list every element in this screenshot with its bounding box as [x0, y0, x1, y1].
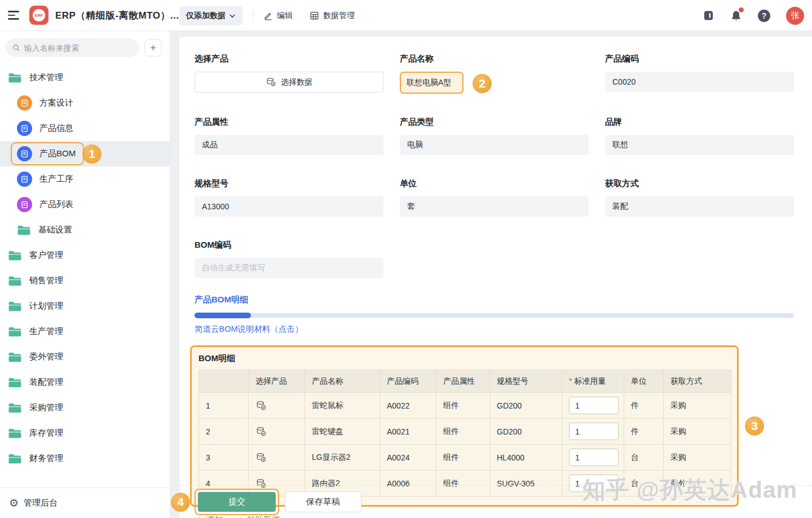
pen-icon — [263, 11, 273, 20]
notifications-bell-icon[interactable] — [730, 10, 742, 21]
folder-icon — [8, 72, 22, 84]
sidebar-item-0[interactable]: 技术管理 — [0, 65, 170, 90]
sidebar-item-15[interactable]: 财务管理 — [0, 446, 170, 471]
sidebar-item-label: 技术管理 — [29, 72, 63, 83]
data-management-button[interactable]: 数据管理 — [310, 11, 355, 21]
cell-product-attr: 组件 — [436, 419, 490, 445]
step-marker-1: 1 — [82, 144, 102, 164]
search-icon — [12, 43, 20, 52]
sidebar-item-12[interactable]: 装配管理 — [0, 370, 170, 395]
sidebar-item-5[interactable]: 产品列表 — [0, 192, 170, 217]
edit-button[interactable]: 编辑 — [263, 11, 293, 21]
app-icon — [17, 121, 32, 136]
tab-active-indicator — [195, 313, 251, 318]
sidebar-item-10[interactable]: 生产管理 — [0, 319, 170, 344]
sidebar-item-label: 库存管理 — [29, 428, 63, 438]
bom-table-row-1: 1雷蛇鼠标A0022组件GD200件采购 — [199, 393, 731, 419]
cell-product-name: LG显示器2 — [305, 445, 380, 471]
standard-qty-input[interactable] — [569, 397, 619, 414]
cell-unit: 件 — [624, 419, 664, 445]
save-draft-button[interactable]: 保存草稿 — [285, 491, 361, 512]
sidebar-item-6[interactable]: 基础设置 — [0, 217, 170, 243]
brand-field[interactable]: 联想 — [605, 135, 794, 155]
user-avatar[interactable]: 张 — [786, 7, 804, 25]
help-icon[interactable]: ? — [758, 10, 770, 22]
app-icon — [17, 95, 32, 111]
form-footer: 提交 4 保存草稿 — [179, 485, 812, 518]
mode-dropdown-button[interactable]: 仅添加数据 — [179, 6, 242, 25]
sidebar-item-11[interactable]: 委外管理 — [0, 344, 170, 370]
product-attr-label: 产品属性 — [195, 117, 383, 128]
database-icon — [255, 426, 267, 437]
col-unit: 单位 — [624, 370, 664, 393]
search-input[interactable] — [24, 43, 132, 52]
mode-dropdown-label: 仅添加数据 — [186, 11, 226, 21]
bom-doc-link[interactable]: 简道云BOM说明材料（点击） — [195, 324, 303, 335]
tab-product-bom-detail[interactable]: 产品BOM明细 — [195, 295, 248, 305]
sidebar-item-9[interactable]: 计划管理 — [0, 293, 170, 319]
add-app-button[interactable]: + — [144, 39, 162, 56]
sidebar: + 技术管理方案设计产品信息产品BOM1生产工序产品列表基础设置客户管理销售管理… — [0, 31, 170, 518]
product-code-field[interactable]: C0020 — [605, 72, 794, 92]
product-type-field[interactable]: 电脑 — [400, 135, 589, 155]
acquire-method-label: 获取方式 — [605, 178, 794, 189]
col-index — [199, 370, 249, 393]
cell-standard-qty — [562, 445, 624, 471]
cell-product-name: 雷蛇鼠标 — [305, 393, 380, 419]
bom-table-row-2: 2雷蛇键盘A0021组件GD200件采购 — [199, 419, 731, 445]
col-product-code: 产品编码 — [380, 370, 436, 393]
submit-button[interactable]: 提交 — [198, 492, 276, 512]
cell-select-product[interactable] — [249, 419, 305, 445]
app-glyph-icon — [21, 150, 28, 157]
chevron-down-icon — [229, 12, 236, 19]
product-attr-field[interactable]: 成品 — [195, 135, 383, 155]
sidebar-item-label: 生产管理 — [29, 326, 63, 337]
select-data-button[interactable]: 选择数据 — [195, 72, 383, 93]
sidebar-item-14[interactable]: 库存管理 — [0, 420, 170, 446]
sidebar-item-1[interactable]: 方案设计 — [0, 90, 170, 116]
journal-icon[interactable] — [703, 10, 714, 21]
sidebar-item-label: 财务管理 — [29, 453, 63, 464]
sidebar-item-3[interactable]: 产品BOM1 — [0, 141, 170, 166]
bom-code-field[interactable]: 自动生成无需填写 — [195, 258, 383, 278]
required-asterisk: * — [569, 376, 572, 385]
app-logo: ERP — [29, 6, 48, 25]
cell-standard-qty — [562, 393, 624, 419]
folder-icon — [8, 453, 22, 464]
cell-index: 2 — [199, 419, 249, 445]
col-standard-qty: *标准用量 — [562, 370, 624, 393]
bom-detail-title: BOM明细 — [198, 353, 730, 364]
unit-field[interactable]: 套 — [400, 196, 589, 217]
search-box[interactable] — [6, 38, 139, 57]
sidebar-item-2[interactable]: 产品信息 — [0, 116, 170, 141]
sidebar-toggle-icon[interactable] — [8, 8, 20, 22]
folder-icon — [8, 326, 22, 337]
folder-icon — [8, 428, 22, 439]
sidebar-item-7[interactable]: 客户管理 — [0, 243, 170, 268]
col-product-name: 产品名称 — [305, 370, 380, 393]
data-grid-icon — [310, 11, 319, 20]
notification-dot — [739, 7, 744, 12]
spec-model-field[interactable]: A13000 — [195, 196, 383, 217]
standard-qty-input[interactable] — [569, 449, 619, 466]
cell-select-product[interactable] — [249, 393, 305, 419]
toolbar-divider — [253, 10, 253, 21]
admin-backend-button[interactable]: ⚙ 管理后台 — [0, 488, 170, 518]
sidebar-item-label: 产品列表 — [39, 199, 73, 210]
cell-product-name: 雷蛇键盘 — [305, 419, 380, 445]
product-name-field[interactable]: 联想电脑A型 — [400, 72, 464, 94]
folder-icon — [8, 352, 22, 363]
cell-acquire-method: 采购 — [664, 445, 731, 471]
sidebar-item-4[interactable]: 生产工序 — [0, 166, 170, 192]
sidebar-item-8[interactable]: 销售管理 — [0, 268, 170, 293]
app-title: ERP（精细版-离散MTO）...... — [55, 9, 188, 22]
cell-select-product[interactable] — [249, 445, 305, 471]
sidebar-item-label: 产品BOM — [39, 148, 76, 159]
product-name-label: 产品名称 — [400, 54, 589, 64]
sidebar-item-13[interactable]: 采购管理 — [0, 395, 170, 420]
cell-spec-model: GD200 — [490, 419, 562, 445]
acquire-method-field[interactable]: 装配 — [605, 196, 794, 217]
standard-qty-input[interactable] — [569, 423, 619, 440]
cell-standard-qty — [562, 419, 624, 445]
folder-icon — [8, 301, 22, 312]
